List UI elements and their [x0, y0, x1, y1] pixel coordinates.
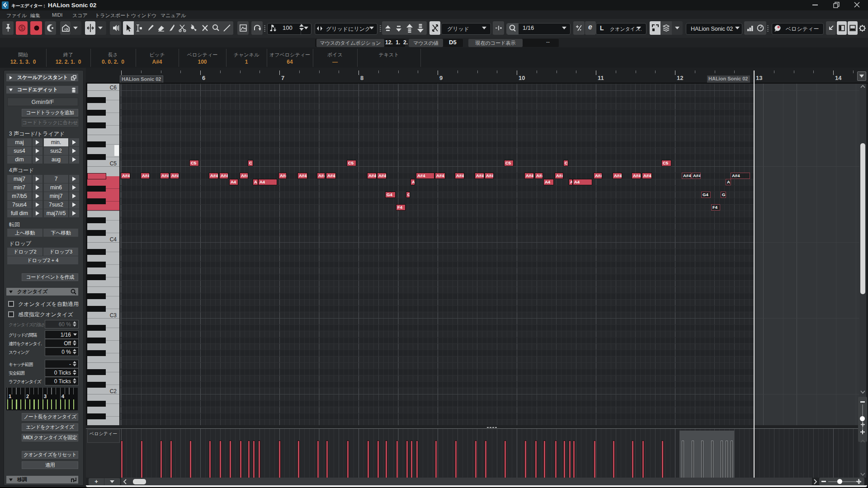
svg-text:S: S: [20, 25, 24, 31]
